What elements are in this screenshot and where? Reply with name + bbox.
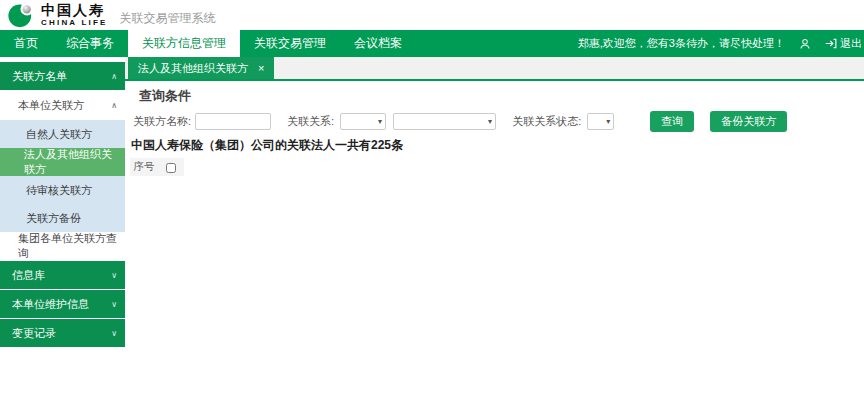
nav-right: 郑惠,欢迎您，您有3条待办，请尽快处理！ 退出 — [578, 30, 864, 57]
relation-select-2[interactable]: ▾ — [393, 113, 496, 130]
main-nav: 首页综合事务关联方信息管理关联交易管理会议档案 郑惠,欢迎您，您有3条待办，请尽… — [0, 30, 864, 57]
chevron-down-icon: ∨ — [111, 329, 117, 338]
nav-item-1[interactable]: 综合事务 — [52, 30, 128, 57]
relation-status-label: 关联关系状态: — [512, 114, 581, 129]
chevron-down-icon: ∨ — [111, 300, 117, 309]
sidebar-item-label: 集团各单位关联方查询 — [18, 231, 117, 261]
system-title: 关联交易管理系统 — [120, 10, 216, 30]
tab-label: 法人及其他组织关联方 — [138, 61, 248, 76]
logout-icon — [825, 38, 837, 49]
tab-legal-person-related-parties[interactable]: 法人及其他组织关联方 × — [128, 57, 274, 79]
sidebar-menu: 关联方名单∧本单位关联方∧自然人关联方法人及其他组织关联方待审核关联方关联方备份… — [0, 57, 125, 403]
sidebar-item-label: 变更记录 — [12, 326, 111, 341]
query-form: 关联方名称: 关联关系: ▾ ▾ 关联关系状态: ▾ 查询 备份关联方 — [125, 109, 864, 136]
sidebar-item-4[interactable]: 待审核关联方 — [0, 176, 125, 204]
sidebar-item-5[interactable]: 关联方备份 — [0, 204, 125, 232]
party-name-label: 关联方名称: — [133, 114, 191, 129]
search-button[interactable]: 查询 — [650, 111, 694, 132]
sidebar-item-2[interactable]: 自然人关联方 — [0, 120, 125, 148]
chevron-up-icon: ∧ — [111, 101, 117, 110]
chevron-down-icon: ▾ — [378, 117, 382, 126]
nav-item-0[interactable]: 首页 — [0, 30, 52, 57]
relation-status-select[interactable]: ▾ — [587, 113, 614, 130]
user-icon[interactable] — [799, 38, 811, 50]
sidebar-item-label: 法人及其他组织关联方 — [24, 147, 117, 177]
col-header-1 — [158, 158, 184, 176]
welcome-message: 郑惠,欢迎您，您有3条待办，请尽快处理！ — [578, 36, 785, 51]
brand-text: 中国人寿 CHINA LIFE — [41, 3, 108, 27]
relation-select-1[interactable]: ▾ — [340, 113, 386, 130]
sidebar-item-label: 关联方备份 — [26, 211, 117, 226]
sidebar-item-label: 信息库 — [12, 268, 111, 283]
sidebar-item-label: 关联方名单 — [12, 69, 111, 84]
sidebar-item-9[interactable]: 变更记录∨ — [0, 319, 125, 347]
related-parties-table: 序号 — [130, 158, 864, 176]
sidebar-item-label: 本单位关联方 — [18, 98, 111, 113]
sidebar-item-label: 自然人关联方 — [26, 127, 117, 142]
chevron-down-icon: ∨ — [111, 271, 117, 280]
brand-name-en: CHINA LIFE — [41, 19, 108, 27]
sidebar-item-7[interactable]: 信息库∨ — [0, 261, 125, 289]
logout-label: 退出 — [840, 36, 862, 51]
top-brand-bar: 中国人寿 CHINA LIFE 关联交易管理系统 — [0, 0, 864, 30]
nav-item-4[interactable]: 会议档案 — [340, 30, 416, 57]
sidebar-item-3[interactable]: 法人及其他组织关联方 — [0, 148, 125, 176]
query-section-title: 查询条件 — [125, 81, 864, 109]
sidebar-item-8[interactable]: 本单位维护信息∨ — [0, 290, 125, 318]
tab-close-icon[interactable]: × — [258, 62, 264, 74]
brand-name-cn: 中国人寿 — [41, 3, 108, 17]
logout-button[interactable]: 退出 — [825, 36, 862, 51]
main-content: 法人及其他组织关联方 × 查询条件 关联方名称: 关联关系: ▾ ▾ 关联关系状… — [125, 57, 864, 403]
nav-item-2[interactable]: 关联方信息管理 — [128, 30, 240, 57]
sidebar-item-6[interactable]: 集团各单位关联方查询 — [0, 232, 125, 260]
relation-label: 关联关系: — [287, 114, 334, 129]
col-header-0: 序号 — [130, 158, 158, 176]
china-life-logo-icon — [8, 2, 34, 28]
chevron-up-icon: ∧ — [111, 72, 117, 81]
sidebar-item-1[interactable]: 本单位关联方∧ — [0, 91, 125, 119]
chevron-down-icon: ▾ — [606, 117, 610, 126]
sidebar-item-label: 待审核关联方 — [26, 183, 117, 198]
sidebar-item-0[interactable]: 关联方名单∧ — [0, 62, 125, 90]
party-name-input[interactable] — [195, 113, 271, 130]
backup-related-party-button[interactable]: 备份关联方 — [710, 111, 787, 132]
tab-strip: 法人及其他组织关联方 × — [125, 57, 864, 81]
nav-item-3[interactable]: 关联交易管理 — [240, 30, 340, 57]
sidebar-item-label: 本单位维护信息 — [12, 297, 111, 312]
table-header: 序号 — [130, 158, 864, 176]
chevron-down-icon: ▾ — [488, 117, 492, 126]
result-summary: 中国人寿保险（集团）公司的关联法人一共有225条 — [125, 136, 864, 158]
select-all-checkbox[interactable] — [166, 163, 176, 173]
